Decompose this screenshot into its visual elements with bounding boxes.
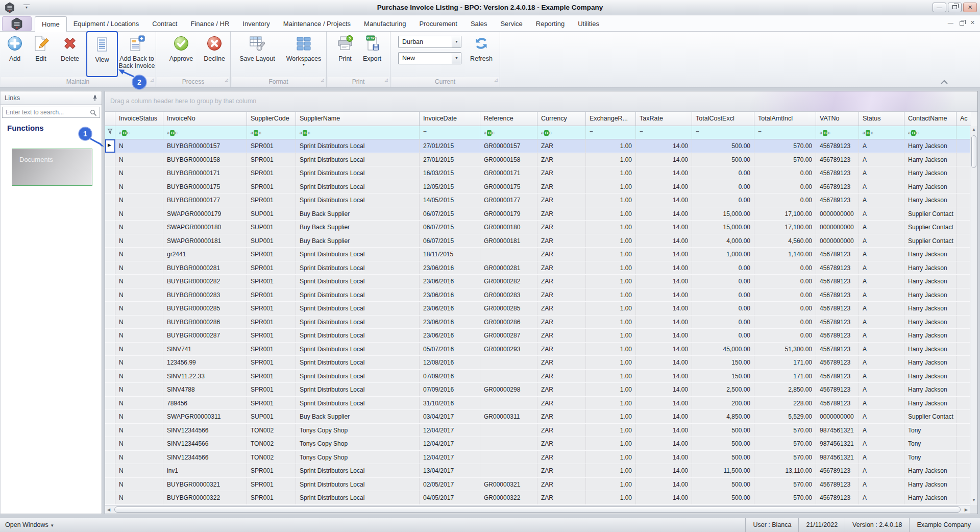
cell-contactname[interactable]: Supplier Contact	[904, 234, 957, 248]
cell-reference[interactable]: GR00000287	[480, 329, 537, 342]
cell-totalamtincl[interactable]: 570.00	[754, 437, 816, 450]
cell-suppliercode[interactable]: SPR001	[247, 166, 296, 180]
cell-suppliercode[interactable]: SUP001	[247, 207, 296, 221]
chevron-down-icon[interactable]: ▼	[452, 36, 461, 47]
cell-invoicestatus[interactable]: N	[115, 316, 163, 329]
column-header-totalamtincl[interactable]: TotalAmtIncl	[754, 112, 816, 126]
cell-vatno[interactable]: 456789123	[816, 329, 859, 342]
table-row[interactable]: Ninv1SPR001Sprint Distributors Local13/0…	[105, 464, 971, 478]
cell-status[interactable]: A	[859, 153, 904, 166]
dialog-launcher-icon[interactable]: ◿	[151, 76, 154, 85]
tab-procurement[interactable]: Procurement	[412, 16, 463, 32]
cell-invoicestatus[interactable]: N	[115, 397, 163, 410]
cell-currency[interactable]: ZAR	[537, 437, 586, 450]
cell-exchanger[interactable]: 1.00	[586, 248, 636, 261]
table-row[interactable]: NBUYBGR00000285SPR001Sprint Distributors…	[105, 302, 971, 316]
cell-currency[interactable]: ZAR	[537, 248, 586, 261]
cell-suppliername[interactable]: Sprint Distributors Local	[296, 370, 420, 383]
cell-totalcostexcl[interactable]: 500.00	[692, 451, 754, 464]
cell-totalcostexcl[interactable]: 0.00	[692, 275, 754, 288]
cell-invoiceno[interactable]: SWAPGR00000181	[163, 234, 247, 248]
column-header-ac[interactable]: Ac	[957, 112, 971, 126]
cell-invoicedate[interactable]: 13/04/2017	[420, 464, 480, 477]
cell-suppliername[interactable]: Sprint Distributors Local	[296, 275, 420, 288]
cell-exchanger[interactable]: 1.00	[586, 153, 636, 166]
cell-suppliername[interactable]: Sprint Distributors Local	[296, 356, 420, 369]
tab-home[interactable]: Home	[35, 16, 67, 32]
cell-contactname[interactable]: Tony	[904, 451, 957, 464]
cell-exchanger[interactable]: 1.00	[586, 139, 636, 153]
cell-status[interactable]: A	[859, 261, 904, 275]
dialog-launcher-icon[interactable]: ◿	[385, 76, 388, 85]
decline-button[interactable]: Decline	[201, 33, 228, 62]
table-row[interactable]: NBUYBGR00000322SPR001Sprint Distributors…	[105, 491, 971, 505]
cell-vatno[interactable]: 456789123	[816, 248, 859, 261]
table-row[interactable]: NSINV12344566TON002Tonys Copy Shop12/04/…	[105, 437, 971, 451]
cell-exchanger[interactable]: 1.00	[586, 275, 636, 288]
table-row[interactable]: Ngr2441SPR001Sprint Distributors Local18…	[105, 248, 971, 261]
cell-exchanger[interactable]: 1.00	[586, 478, 636, 491]
cell-reference[interactable]: GR00000311	[480, 410, 537, 423]
cell-invoicestatus[interactable]: N	[115, 139, 163, 153]
column-header-invoicestatus[interactable]: InvoiceStatus	[115, 112, 163, 126]
cell-invoicestatus[interactable]: N	[115, 194, 163, 207]
tab-maintenance-projects[interactable]: Maintenance / Projects	[277, 16, 357, 32]
cell-currency[interactable]: ZAR	[537, 221, 586, 234]
application-menu-button[interactable]	[2, 16, 32, 31]
cell-vatno[interactable]: 456789123	[816, 261, 859, 275]
cell-totalamtincl[interactable]: 0.00	[754, 180, 816, 194]
cell-invoicestatus[interactable]: N	[115, 261, 163, 275]
cell-suppliername[interactable]: Sprint Distributors Local	[296, 288, 420, 302]
workspaces-button[interactable]: Workspaces ▼	[283, 33, 325, 67]
cell-totalcostexcl[interactable]: 1,000.00	[692, 248, 754, 261]
cell-status[interactable]: A	[859, 234, 904, 248]
scroll-left-icon[interactable]: ◀	[107, 506, 110, 513]
cell-totalcostexcl[interactable]: 500.00	[692, 424, 754, 437]
cell-reference[interactable]	[480, 370, 537, 383]
table-row[interactable]: NBUYBGR00000283SPR001Sprint Distributors…	[105, 288, 971, 302]
cell-currency[interactable]: ZAR	[537, 275, 586, 288]
cell-taxrate[interactable]: 14.00	[636, 451, 692, 464]
cell-totalcostexcl[interactable]: 0.00	[692, 180, 754, 194]
cell-totalamtincl[interactable]: 570.00	[754, 424, 816, 437]
cell-invoiceno[interactable]: 789456	[163, 397, 247, 410]
cell-taxrate[interactable]: 14.00	[636, 166, 692, 180]
cell-suppliername[interactable]: Sprint Distributors Local	[296, 343, 420, 356]
cell-totalcostexcl[interactable]: 0.00	[692, 288, 754, 302]
cell-suppliername[interactable]: Sprint Distributors Local	[296, 166, 420, 180]
cell-status[interactable]: A	[859, 397, 904, 410]
cell-suppliercode[interactable]: SPR001	[247, 491, 296, 504]
cell-totalamtincl[interactable]: 5,529.00	[754, 410, 816, 423]
cell-totalcostexcl[interactable]: 500.00	[692, 478, 754, 491]
edit-button[interactable]: Edit	[29, 33, 53, 62]
cell-invoicedate[interactable]: 31/10/2016	[420, 397, 480, 410]
cell-vatno[interactable]: 0000000000	[816, 410, 859, 423]
cell-totalcostexcl[interactable]: 2,500.00	[692, 383, 754, 396]
cell-reference[interactable]	[480, 437, 537, 450]
refresh-button[interactable]: Refresh	[466, 33, 497, 62]
cell-totalcostexcl[interactable]: 0.00	[692, 194, 754, 207]
cell-reference[interactable]: GR00000158	[480, 153, 537, 166]
cell-reference[interactable]: GR00000286	[480, 316, 537, 329]
cell-contactname[interactable]: Harry Jackson	[904, 356, 957, 369]
tab-utilities[interactable]: Utilities	[571, 16, 606, 32]
cell-invoicedate[interactable]: 12/05/2015	[420, 180, 480, 194]
cell-currency[interactable]: ZAR	[537, 356, 586, 369]
cell-vatno[interactable]: 9874561321	[816, 424, 859, 437]
filter-cell-contactname[interactable]: aBc	[904, 126, 957, 139]
filter-cell-status[interactable]: aBc	[859, 126, 904, 139]
filter-cell-totalamtincl[interactable]: =	[754, 126, 816, 139]
cell-totalcostexcl[interactable]: 500.00	[692, 139, 754, 153]
filter-cell-invoicedate[interactable]: =	[420, 126, 480, 139]
delete-button[interactable]: Delete	[55, 33, 85, 62]
close-button[interactable]: ✕	[963, 3, 977, 12]
cell-status[interactable]: A	[859, 410, 904, 423]
cell-contactname[interactable]: Harry Jackson	[904, 248, 957, 261]
column-header-contactname[interactable]: ContactName	[904, 112, 957, 126]
cell-contactname[interactable]: Harry Jackson	[904, 397, 957, 410]
cell-invoiceno[interactable]: SINV4788	[163, 383, 247, 396]
column-header-status[interactable]: Status	[859, 112, 904, 126]
cell-suppliername[interactable]: Sprint Distributors Local	[296, 248, 420, 261]
column-header-invoiceno[interactable]: InvoiceNo	[163, 112, 247, 126]
cell-taxrate[interactable]: 14.00	[636, 288, 692, 302]
